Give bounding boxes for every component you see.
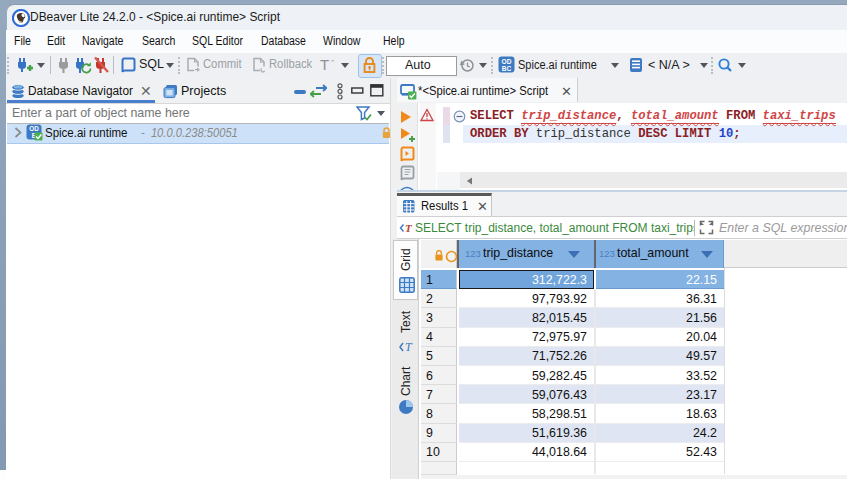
svg-text:OD: OD — [502, 58, 512, 65]
svg-text:T: T — [405, 340, 413, 354]
svg-text:BC: BC — [502, 65, 512, 72]
svg-text:T: T — [405, 222, 413, 234]
